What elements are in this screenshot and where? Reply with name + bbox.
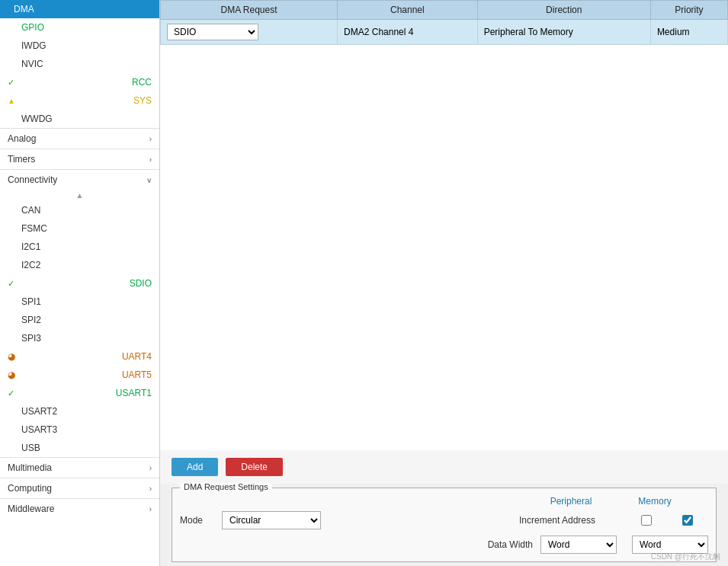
peripheral-data-width-select[interactable]: Word Byte Half Word [540, 536, 617, 554]
main-content: DMA Request Channel Direction Priority S… [160, 0, 728, 566]
channel-cell: DMA2 Channel 4 [338, 20, 478, 45]
sidebar-item-fsmc[interactable]: FSMC [0, 219, 159, 238]
delete-button[interactable]: Delete [226, 458, 283, 476]
dma-request-select[interactable]: SDIO [167, 24, 258, 40]
sidebar-item-spi1[interactable]: SPI1 [0, 293, 159, 311]
memory-header: Memory [617, 496, 693, 507]
sidebar-item-i2c1[interactable]: I2C1 [0, 238, 159, 256]
sidebar-item-usb[interactable]: USB [0, 439, 159, 457]
content-area: DMA Request Channel Direction Priority S… [160, 0, 728, 566]
priority-cell: Medium [650, 20, 727, 45]
col-header-priority: Priority [650, 1, 727, 20]
settings-headers: Peripheral Memory [180, 496, 708, 507]
col-header-channel: Channel [338, 1, 478, 20]
sidebar: DMA GPIO IWDG NVIC RCC SYS WWDG Analog ›… [0, 0, 160, 566]
data-width-label: Data Width [449, 539, 540, 550]
chevron-down-icon: ∨ [146, 176, 152, 184]
sidebar-item-sys[interactable]: SYS [0, 91, 159, 110]
chevron-right-icon: › [149, 135, 152, 143]
sidebar-section-analog[interactable]: Analog › [0, 128, 159, 149]
sidebar-item-usart3[interactable]: USART3 [0, 421, 159, 439]
peripheral-increment-checkbox[interactable] [641, 515, 652, 526]
sidebar-section-computing[interactable]: Computing › [0, 478, 159, 498]
sidebar-item-rcc[interactable]: RCC [0, 73, 159, 91]
chevron-right-icon: › [149, 505, 152, 513]
sidebar-section-middleware[interactable]: Middleware › [0, 498, 159, 519]
sidebar-item-iwdg[interactable]: IWDG [0, 37, 159, 55]
sidebar-item-i2c2[interactable]: I2C2 [0, 256, 159, 274]
sidebar-item-spi3[interactable]: SPI3 [0, 329, 159, 347]
sidebar-item-uart4[interactable]: ◕ UART4 [0, 347, 159, 366]
dma-table: DMA Request Channel Direction Priority S… [160, 0, 728, 45]
chevron-right-icon: › [149, 484, 152, 493]
direction-cell: Peripheral To Memory [477, 20, 650, 45]
sidebar-item-nvic[interactable]: NVIC [0, 55, 159, 73]
col-header-direction: Direction [477, 1, 650, 20]
sidebar-item-sdio[interactable]: SDIO [0, 274, 159, 293]
sidebar-section-timers[interactable]: Timers › [0, 149, 159, 169]
action-buttons-row: Add Delete [160, 450, 728, 484]
sidebar-section-connectivity[interactable]: Connectivity ∨ [0, 169, 159, 190]
chevron-right-icon: › [149, 464, 152, 472]
memory-increment-checkbox[interactable] [682, 515, 693, 526]
dma-request-settings: DMA Request Settings Peripheral Memory M… [172, 488, 717, 562]
increment-label: Increment Address [489, 515, 626, 526]
add-button[interactable]: Add [172, 458, 218, 476]
data-width-row: Data Width Word Byte Half Word Word Byte… [180, 536, 708, 554]
sidebar-item-can[interactable]: CAN [0, 201, 159, 219]
sidebar-item-uart5[interactable]: ◕ UART5 [0, 366, 159, 384]
mode-row: Mode Circular Normal Increment Address [180, 511, 708, 529]
sidebar-item-usart2[interactable]: USART2 [0, 402, 159, 421]
sidebar-section-multimedia[interactable]: Multimedia › [0, 457, 159, 478]
mode-label: Mode [180, 515, 222, 526]
sidebar-item-usart1[interactable]: USART1 [0, 384, 159, 402]
mode-select[interactable]: Circular Normal [222, 511, 321, 529]
empty-area [160, 45, 728, 450]
peripheral-header: Peripheral [525, 496, 617, 507]
table-row: SDIO DMA2 Channel 4 Peripheral To Memory… [161, 20, 728, 45]
settings-legend: DMA Request Settings [180, 482, 272, 491]
col-header-dma-request: DMA Request [161, 1, 338, 20]
sidebar-item-gpio[interactable]: GPIO [0, 18, 159, 37]
watermark: CSDN @行死不沈舸 [651, 552, 720, 562]
chevron-right-icon: › [149, 155, 152, 164]
sidebar-item-spi2[interactable]: SPI2 [0, 311, 159, 329]
scroll-up-indicator: ▲ [0, 190, 159, 201]
sidebar-item-dma[interactable]: DMA [0, 0, 159, 18]
dma-table-section: DMA Request Channel Direction Priority S… [160, 0, 728, 45]
connectivity-items: CAN FSMC I2C1 I2C2 SDIO SPI1 SPI2 SPI3 ◕… [0, 201, 159, 457]
sidebar-item-wwdg[interactable]: WWDG [0, 110, 159, 128]
